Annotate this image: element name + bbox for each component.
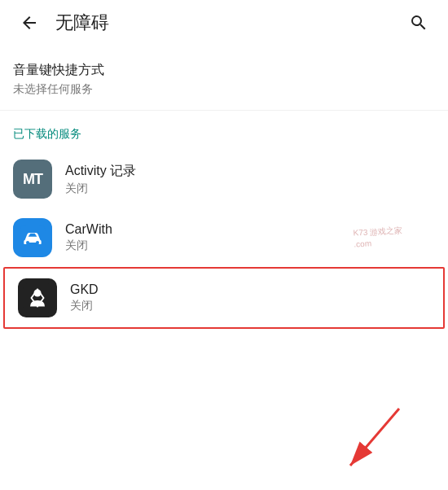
back-button[interactable] — [13, 7, 46, 39]
service-item-activity[interactable]: MT Activity 记录 关闭 — [0, 150, 448, 208]
back-arrow-icon — [20, 13, 39, 33]
activity-status: 关闭 — [65, 182, 435, 196]
search-icon — [409, 13, 428, 33]
service-item-gkd[interactable]: GKD 关闭 — [3, 267, 445, 329]
search-button[interactable] — [402, 7, 435, 39]
carwith-name: CarWith — [65, 222, 435, 237]
top-bar: 无障碍 — [0, 0, 448, 46]
svg-line-7 — [350, 409, 399, 466]
gkd-icon — [18, 278, 57, 317]
volume-shortcut-title: 音量键快捷方式 — [13, 62, 435, 79]
service-item-carwith[interactable]: CarWith 关闭 — [0, 208, 448, 267]
activity-icon: MT — [13, 160, 52, 199]
downloaded-section-label: 已下载的服务 — [0, 111, 448, 150]
svg-rect-3 — [23, 283, 52, 313]
page-title: 无障碍 — [55, 11, 402, 35]
activity-info: Activity 记录 关闭 — [65, 163, 435, 196]
carwith-status: 关闭 — [65, 238, 435, 253]
carwith-icon — [13, 218, 52, 257]
gkd-info: GKD 关闭 — [70, 282, 430, 313]
volume-shortcut-section[interactable]: 音量键快捷方式 未选择任何服务 — [0, 46, 448, 111]
svg-point-1 — [26, 241, 29, 244]
svg-point-2 — [36, 241, 39, 244]
volume-shortcut-status: 未选择任何服务 — [13, 82, 435, 97]
activity-name: Activity 记录 — [65, 163, 435, 180]
gkd-status: 关闭 — [70, 299, 430, 313]
gkd-name: GKD — [70, 282, 430, 297]
red-arrow — [326, 400, 424, 482]
downloaded-section: 已下载的服务 MT Activity 记录 关闭 CarWith 关闭 — [0, 111, 448, 329]
carwith-info: CarWith 关闭 — [65, 222, 435, 253]
